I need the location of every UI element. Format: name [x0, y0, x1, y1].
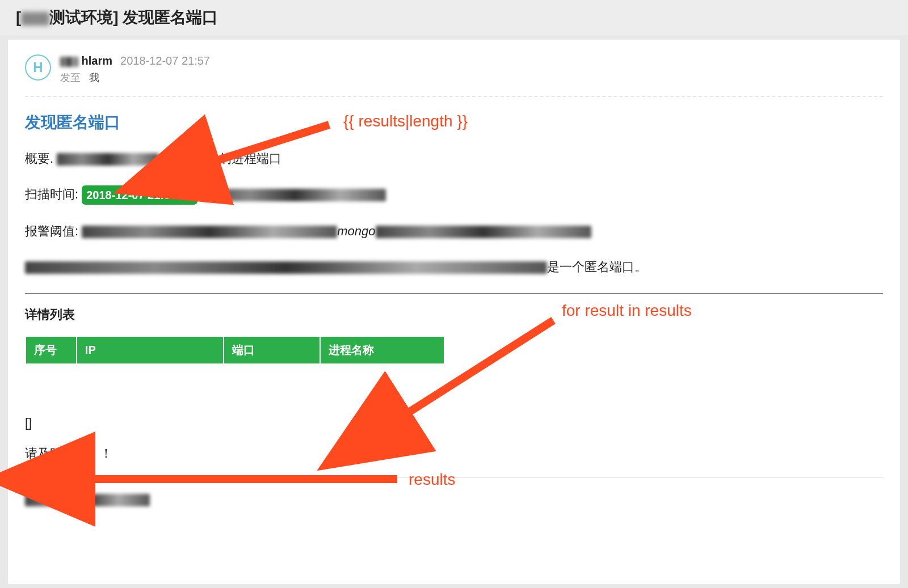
- threshold-mid: mongo: [337, 224, 375, 238]
- footer-blur: [25, 494, 150, 506]
- avatar-letter: H: [33, 60, 43, 75]
- email-card: H hlarm 2018-12-07 21:57 发至 我 发现匿名端口 概要.…: [8, 40, 900, 584]
- to-value: 我: [89, 72, 99, 83]
- th-ip: IP: [77, 336, 224, 364]
- divider-light: [25, 477, 883, 477]
- subject-blur: [21, 12, 49, 26]
- scan-time-badge: 2018-12-07 21:57:15: [82, 185, 197, 205]
- email-subject-bar: [ 测试环境] 发现匿名端口: [0, 0, 908, 35]
- divider: [25, 293, 883, 294]
- scan-time-blur: [204, 189, 386, 201]
- threshold-label: 报警阈值:: [25, 224, 78, 238]
- scan-time-label: 扫描时间:: [25, 187, 78, 201]
- footer-line: [25, 490, 883, 509]
- summary-count-badge: 0: [162, 151, 178, 167]
- scan-time-line: 扫描时间: 2018-12-07 21:57:15: [25, 185, 883, 205]
- th-process: 进程名称: [320, 336, 444, 364]
- subject-text: 测试环境] 发现匿名端口: [49, 9, 218, 26]
- sender-row: H hlarm 2018-12-07 21:57 发至 我: [25, 54, 883, 97]
- summary-suffix: 个匿名的进程端口: [182, 151, 281, 166]
- summary-blur: [57, 153, 159, 166]
- threshold-blur-pre: [82, 226, 337, 238]
- sender-timestamp: 2018-12-07 21:57: [120, 54, 210, 67]
- avatar[interactable]: H: [25, 54, 51, 81]
- sender-name-blur: [60, 57, 78, 67]
- th-port: 端口: [224, 336, 320, 364]
- threshold-line: 报警阈值: mongo: [25, 222, 883, 240]
- body-heading: 发现匿名端口: [25, 112, 883, 133]
- table-header-row: 序号 IP 端口 进程名称: [26, 336, 444, 364]
- results-literal: []: [25, 416, 883, 430]
- please-handle: 请及时处理！！: [25, 445, 883, 462]
- results-table: 序号 IP 端口 进程名称: [25, 336, 445, 365]
- note-suffix: 是一个匿名端口。: [547, 260, 647, 274]
- summary-label: 概要.: [25, 151, 53, 166]
- detail-title: 详情列表: [25, 306, 883, 323]
- sender-name-suffix: hlarm: [82, 54, 112, 67]
- note-blur: [25, 261, 547, 274]
- th-index: 序号: [26, 336, 77, 364]
- subject-prefix: [: [16, 9, 21, 26]
- summary-line: 概要. 0 个匿名的进程端口: [25, 149, 883, 168]
- threshold-blur-post: [376, 226, 591, 238]
- note-line: 是一个匿名端口。: [25, 257, 883, 276]
- to-label: 发至: [60, 72, 81, 83]
